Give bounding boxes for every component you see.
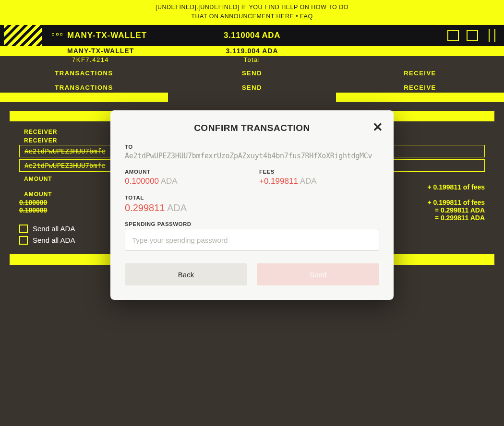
fees-value: +0.199811 ADA <box>259 177 379 186</box>
confirm-transaction-modal: ✕ CONFIRM TRANSACTION TO Ae2tdPwUPEZ3HUU… <box>110 110 394 300</box>
to-label: TO <box>125 144 379 150</box>
spending-password-label: SPENDING PASSWORD <box>125 221 379 227</box>
amount-value-modal: 0.100000 ADA <box>125 177 245 186</box>
send-button[interactable]: Send <box>257 263 379 285</box>
fees-label: FEES <box>259 169 379 175</box>
total-label: TOTAL <box>125 195 379 201</box>
close-icon[interactable]: ✕ <box>372 121 383 133</box>
spending-password-input[interactable] <box>125 229 379 251</box>
back-button[interactable]: Back <box>125 263 247 285</box>
amount-label-modal: AMOUNT <box>125 169 245 175</box>
total-value: 0.299811 ADA <box>125 202 379 213</box>
modal-overlay: ✕ CONFIRM TRANSACTION TO Ae2tdPwUPEZ3HUU… <box>0 0 504 426</box>
modal-title: CONFIRM TRANSACTION <box>125 123 379 133</box>
to-value: Ae2tdPwUPEZ3HUU7bmfexrUzoZpAZxuyt4b4bn7f… <box>125 152 379 160</box>
